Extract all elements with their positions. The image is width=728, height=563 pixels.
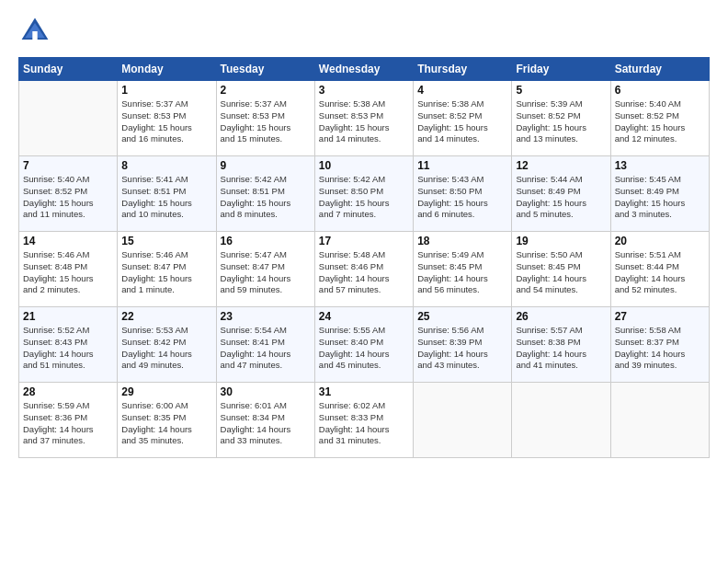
- calendar-week-row: 7Sunrise: 5:40 AM Sunset: 8:52 PM Daylig…: [19, 156, 710, 232]
- calendar-week-row: 28Sunrise: 5:59 AM Sunset: 8:36 PM Dayli…: [19, 383, 710, 458]
- weekday-header: Monday: [118, 58, 216, 81]
- calendar-cell: 11Sunrise: 5:43 AM Sunset: 8:50 PM Dayli…: [414, 156, 512, 232]
- calendar-cell: 8Sunrise: 5:41 AM Sunset: 8:51 PM Daylig…: [118, 156, 216, 232]
- day-info: Sunrise: 5:58 AM Sunset: 8:37 PM Dayligh…: [615, 325, 705, 372]
- day-info: Sunrise: 5:47 AM Sunset: 8:47 PM Dayligh…: [221, 249, 311, 296]
- svg-rect-2: [32, 31, 37, 40]
- calendar-cell: 1Sunrise: 5:37 AM Sunset: 8:53 PM Daylig…: [118, 81, 216, 156]
- day-info: Sunrise: 5:53 AM Sunset: 8:42 PM Dayligh…: [121, 325, 211, 372]
- day-info: Sunrise: 5:51 AM Sunset: 8:44 PM Dayligh…: [615, 249, 705, 296]
- day-info: Sunrise: 5:55 AM Sunset: 8:40 PM Dayligh…: [319, 325, 409, 372]
- calendar-week-row: 1Sunrise: 5:37 AM Sunset: 8:53 PM Daylig…: [19, 81, 710, 156]
- calendar-cell: 20Sunrise: 5:51 AM Sunset: 8:44 PM Dayli…: [610, 232, 709, 307]
- day-number: 17: [319, 235, 409, 247]
- day-info: Sunrise: 5:41 AM Sunset: 8:51 PM Dayligh…: [121, 174, 211, 221]
- day-info: Sunrise: 5:50 AM Sunset: 8:45 PM Dayligh…: [516, 249, 606, 296]
- day-number: 22: [121, 310, 211, 323]
- day-info: Sunrise: 5:56 AM Sunset: 8:39 PM Dayligh…: [417, 325, 507, 372]
- day-info: Sunrise: 5:59 AM Sunset: 8:36 PM Dayligh…: [23, 400, 113, 447]
- calendar-cell: 27Sunrise: 5:58 AM Sunset: 8:37 PM Dayli…: [610, 307, 709, 383]
- day-number: 23: [221, 310, 311, 323]
- day-number: 26: [516, 310, 606, 323]
- day-number: 18: [417, 235, 507, 247]
- day-info: Sunrise: 5:57 AM Sunset: 8:38 PM Dayligh…: [516, 325, 606, 372]
- calendar-cell: 15Sunrise: 5:46 AM Sunset: 8:47 PM Dayli…: [118, 232, 216, 307]
- calendar-cell: 9Sunrise: 5:42 AM Sunset: 8:51 PM Daylig…: [216, 156, 314, 232]
- day-info: Sunrise: 5:46 AM Sunset: 8:48 PM Dayligh…: [23, 249, 113, 296]
- day-number: 27: [615, 310, 705, 323]
- calendar-cell: 21Sunrise: 5:52 AM Sunset: 8:43 PM Dayli…: [19, 307, 118, 383]
- calendar-cell: 10Sunrise: 5:42 AM Sunset: 8:50 PM Dayli…: [314, 156, 413, 232]
- calendar-cell: 24Sunrise: 5:55 AM Sunset: 8:40 PM Dayli…: [314, 307, 413, 383]
- day-info: Sunrise: 5:37 AM Sunset: 8:53 PM Dayligh…: [121, 98, 211, 145]
- day-number: 29: [121, 385, 211, 398]
- calendar-cell: [610, 383, 709, 458]
- day-info: Sunrise: 5:46 AM Sunset: 8:47 PM Dayligh…: [121, 249, 211, 296]
- weekday-header: Friday: [512, 58, 610, 81]
- calendar-week-row: 14Sunrise: 5:46 AM Sunset: 8:48 PM Dayli…: [19, 232, 710, 307]
- page: SundayMondayTuesdayWednesdayThursdayFrid…: [0, 0, 728, 563]
- day-info: Sunrise: 5:40 AM Sunset: 8:52 PM Dayligh…: [23, 174, 113, 221]
- calendar-cell: 12Sunrise: 5:44 AM Sunset: 8:49 PM Dayli…: [512, 156, 610, 232]
- logo: [18, 15, 55, 48]
- calendar-cell: [19, 81, 118, 156]
- day-number: 10: [319, 159, 409, 172]
- day-number: 24: [319, 310, 409, 323]
- day-info: Sunrise: 6:01 AM Sunset: 8:34 PM Dayligh…: [221, 400, 311, 447]
- weekday-header: Sunday: [19, 58, 118, 81]
- day-number: 30: [221, 385, 311, 398]
- day-number: 8: [121, 159, 211, 172]
- day-number: 31: [319, 385, 409, 398]
- calendar-week-row: 21Sunrise: 5:52 AM Sunset: 8:43 PM Dayli…: [19, 307, 710, 383]
- day-number: 1: [121, 84, 211, 97]
- calendar-cell: 14Sunrise: 5:46 AM Sunset: 8:48 PM Dayli…: [19, 232, 118, 307]
- day-info: Sunrise: 5:39 AM Sunset: 8:52 PM Dayligh…: [516, 98, 606, 145]
- day-info: Sunrise: 5:38 AM Sunset: 8:53 PM Dayligh…: [319, 98, 409, 145]
- weekday-header: Thursday: [414, 58, 512, 81]
- calendar-cell: 19Sunrise: 5:50 AM Sunset: 8:45 PM Dayli…: [512, 232, 610, 307]
- day-number: 11: [417, 159, 507, 172]
- day-number: 14: [23, 235, 113, 247]
- day-number: 5: [516, 84, 606, 97]
- calendar-cell: 28Sunrise: 5:59 AM Sunset: 8:36 PM Dayli…: [19, 383, 118, 458]
- calendar-cell: 2Sunrise: 5:37 AM Sunset: 8:53 PM Daylig…: [216, 81, 314, 156]
- day-info: Sunrise: 5:38 AM Sunset: 8:52 PM Dayligh…: [417, 98, 507, 145]
- calendar-cell: 29Sunrise: 6:00 AM Sunset: 8:35 PM Dayli…: [118, 383, 216, 458]
- day-info: Sunrise: 5:42 AM Sunset: 8:51 PM Dayligh…: [221, 174, 311, 221]
- day-number: 25: [417, 310, 507, 323]
- day-number: 20: [615, 235, 705, 247]
- calendar-cell: 5Sunrise: 5:39 AM Sunset: 8:52 PM Daylig…: [512, 81, 610, 156]
- calendar-header-row: SundayMondayTuesdayWednesdayThursdayFrid…: [19, 58, 710, 81]
- calendar-cell: 13Sunrise: 5:45 AM Sunset: 8:49 PM Dayli…: [610, 156, 709, 232]
- calendar-cell: 22Sunrise: 5:53 AM Sunset: 8:42 PM Dayli…: [118, 307, 216, 383]
- day-number: 2: [221, 84, 311, 97]
- logo-icon: [18, 15, 51, 48]
- day-info: Sunrise: 5:44 AM Sunset: 8:49 PM Dayligh…: [516, 174, 606, 221]
- weekday-header: Wednesday: [314, 58, 413, 81]
- calendar-cell: 26Sunrise: 5:57 AM Sunset: 8:38 PM Dayli…: [512, 307, 610, 383]
- calendar-cell: [512, 383, 610, 458]
- calendar-cell: 23Sunrise: 5:54 AM Sunset: 8:41 PM Dayli…: [216, 307, 314, 383]
- day-number: 19: [516, 235, 606, 247]
- calendar-cell: 25Sunrise: 5:56 AM Sunset: 8:39 PM Dayli…: [414, 307, 512, 383]
- weekday-header: Saturday: [610, 58, 709, 81]
- calendar: SundayMondayTuesdayWednesdayThursdayFrid…: [18, 57, 710, 458]
- day-number: 21: [23, 310, 113, 323]
- day-number: 4: [417, 84, 507, 97]
- day-info: Sunrise: 5:43 AM Sunset: 8:50 PM Dayligh…: [417, 174, 507, 221]
- day-number: 16: [221, 235, 311, 247]
- day-info: Sunrise: 6:02 AM Sunset: 8:33 PM Dayligh…: [319, 400, 409, 447]
- calendar-cell: 17Sunrise: 5:48 AM Sunset: 8:46 PM Dayli…: [314, 232, 413, 307]
- day-info: Sunrise: 5:40 AM Sunset: 8:52 PM Dayligh…: [615, 98, 705, 145]
- day-number: 15: [121, 235, 211, 247]
- calendar-cell: [414, 383, 512, 458]
- day-info: Sunrise: 6:00 AM Sunset: 8:35 PM Dayligh…: [121, 400, 211, 447]
- day-info: Sunrise: 5:48 AM Sunset: 8:46 PM Dayligh…: [319, 249, 409, 296]
- calendar-cell: 18Sunrise: 5:49 AM Sunset: 8:45 PM Dayli…: [414, 232, 512, 307]
- calendar-cell: 30Sunrise: 6:01 AM Sunset: 8:34 PM Dayli…: [216, 383, 314, 458]
- day-number: 6: [615, 84, 705, 97]
- day-number: 9: [221, 159, 311, 172]
- day-number: 3: [319, 84, 409, 97]
- day-info: Sunrise: 5:45 AM Sunset: 8:49 PM Dayligh…: [615, 174, 705, 221]
- calendar-cell: 4Sunrise: 5:38 AM Sunset: 8:52 PM Daylig…: [414, 81, 512, 156]
